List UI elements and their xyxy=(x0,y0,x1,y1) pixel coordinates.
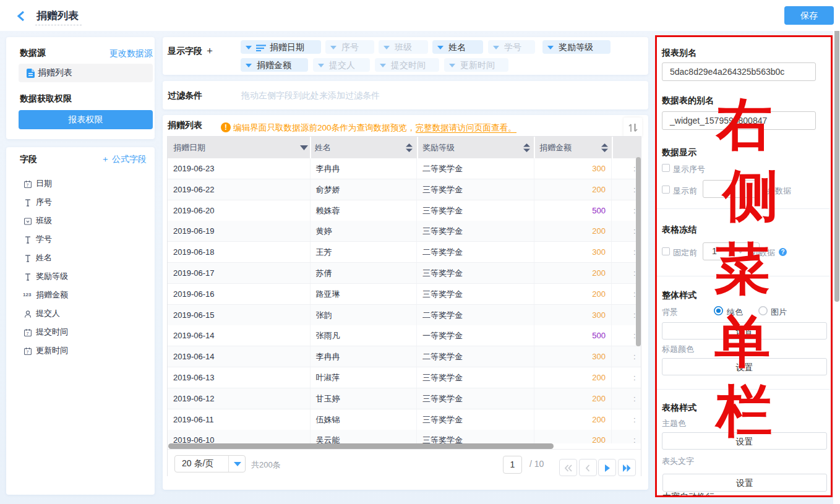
svg-text:7: 7 xyxy=(27,350,29,354)
svg-text:7: 7 xyxy=(27,331,29,336)
svg-text:7: 7 xyxy=(27,183,29,187)
